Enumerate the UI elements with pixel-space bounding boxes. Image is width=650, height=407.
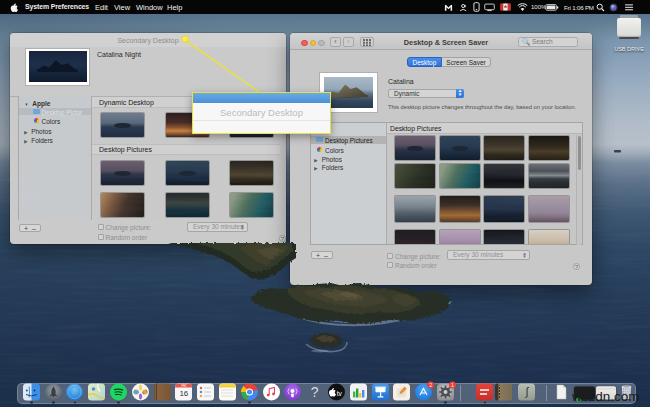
- svg-text:tv: tv: [337, 390, 343, 397]
